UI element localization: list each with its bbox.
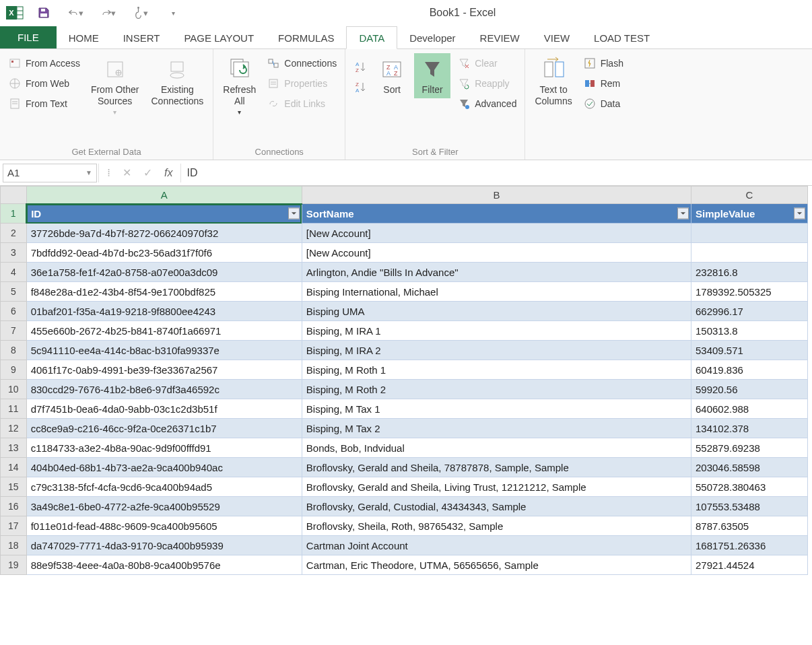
cell[interactable]: 404b04ed-68b1-4b73-ae2a-9ca400b940ac [26,458,302,477]
cell[interactable]: 7bdfdd92-0ead-4b7d-bc23-56ad31f7f0f6 [26,243,302,263]
name-box[interactable]: A1 ▼ [3,164,97,182]
cell[interactable]: 455e660b-2672-4b25-b841-8740f1a66971 [26,321,302,341]
formula-input[interactable] [182,164,812,182]
row-header[interactable]: 13 [1,438,27,458]
cell[interactable]: Bisping, M Roth 2 [302,380,691,399]
cell[interactable]: f848e28a-d1e2-43b4-8f54-9e1700bdf825 [26,282,302,302]
cell[interactable]: 232816.8 [691,263,807,282]
cell[interactable]: Arlington, Andie "Bills In Advance" [302,263,691,282]
cell[interactable]: c1184733-a3e2-4b8a-90ac-9d9f00fffd91 [26,438,302,458]
row-header[interactable]: 1 [1,204,27,224]
cell[interactable]: 4061f17c-0ab9-4991-be39-f3e3367a2567 [26,360,302,380]
cancel-icon[interactable]: ✕ [123,166,131,179]
refresh-all-button[interactable]: Refresh All▾ [219,53,260,118]
table-header-cell[interactable]: SimpleValue [691,204,807,224]
cell[interactable]: 107553.53488 [691,497,807,516]
select-all-corner[interactable] [1,186,27,204]
tab-home[interactable]: HOME [57,27,111,48]
row-header[interactable]: 17 [1,516,27,536]
row-header[interactable]: 7 [1,321,27,341]
cell[interactable]: Bisping, M Tax 1 [302,399,691,419]
tab-load-test[interactable]: LOAD TEST [582,27,662,48]
cell[interactable]: 203046.58598 [691,458,807,477]
cell[interactable]: cc8ce9a9-c216-46cc-9f2a-0ce26371c1b7 [26,419,302,438]
cell[interactable]: Broflovsky, Sheila, Roth, 98765432, Samp… [302,516,691,536]
cell[interactable]: Bisping, M Tax 2 [302,419,691,438]
edit-links-button[interactable]: Edit Links [264,94,339,114]
from-text-button[interactable]: From Text [5,94,83,114]
cell[interactable]: 60419.836 [691,360,807,380]
filter-dropdown-button[interactable] [794,208,805,219]
from-other-sources-button[interactable]: From Other Sources▾ [87,53,143,118]
tab-developer[interactable]: Developer [397,27,467,48]
clear-filter-button[interactable]: Clear [454,53,519,73]
row-header[interactable]: 5 [1,282,27,302]
row-header[interactable]: 16 [1,497,27,516]
row-header[interactable]: 18 [1,536,27,555]
cell[interactable]: Bisping, M IRA 2 [302,341,691,360]
row-header[interactable]: 6 [1,302,27,321]
enter-icon[interactable]: ✓ [143,166,152,179]
filter-dropdown-button[interactable] [677,208,689,219]
cell[interactable]: 1789392.505325 [691,282,807,302]
cell[interactable]: Bonds, Bob, Indvidual [302,438,691,458]
save-button[interactable] [36,5,51,20]
more-icon[interactable]: ⁞ [107,166,110,179]
filter-button[interactable]: Filter [414,53,450,98]
cell[interactable]: Bisping International, Michael [302,282,691,302]
row-header[interactable]: 15 [1,477,27,497]
cell[interactable]: 134102.378 [691,419,807,438]
cell[interactable]: Bisping UMA [302,302,691,321]
tab-file[interactable]: FILE [0,26,57,48]
touch-mode-button[interactable]: ▾ [133,5,148,20]
row-header[interactable]: 4 [1,263,27,282]
cell[interactable]: 550728.380463 [691,477,807,497]
properties-button[interactable]: Properties [264,73,339,94]
row-header[interactable]: 19 [1,555,27,575]
cell[interactable] [691,224,807,243]
cell[interactable]: Cartman Joint Account [302,536,691,555]
tab-data[interactable]: DATA [346,26,397,49]
cell[interactable]: Broflovsky, Gerald and Sheila, Living Tr… [302,477,691,497]
remove-duplicates-button[interactable]: Rem [580,73,626,94]
cell[interactable]: c79c3138-5fcf-4cfa-9cd6-9ca400b94ad5 [26,477,302,497]
row-header[interactable]: 8 [1,341,27,360]
cell[interactable]: 53409.571 [691,341,807,360]
flash-fill-button[interactable]: Flash [580,53,626,73]
cell[interactable]: Broflovsky, Gerald, Custodial, 43434343,… [302,497,691,516]
cell[interactable]: 88e9f538-4eee-4a0a-80b8-9ca400b9576e [26,555,302,575]
cell[interactable]: da747029-7771-4da3-9170-9ca400b95939 [26,536,302,555]
connections-button[interactable]: Connections [264,53,339,73]
cell[interactable]: 59920.56 [691,380,807,399]
tab-view[interactable]: VIEW [532,27,582,48]
tab-page-layout[interactable]: PAGE LAYOUT [172,27,266,48]
cell[interactable]: 01baf201-f35a-4a19-9218-9f8800ee4243 [26,302,302,321]
cell[interactable]: 662996.17 [691,302,807,321]
undo-button[interactable]: ▾ [69,5,83,20]
row-header[interactable]: 14 [1,458,27,477]
cell[interactable]: Broflovsky, Gerald and Sheila, 78787878,… [302,458,691,477]
from-access-button[interactable]: From Access [5,53,83,73]
sort-az-button[interactable]: AZ [351,57,370,77]
existing-connections-button[interactable]: Existing Connections [147,53,207,110]
data-validation-button[interactable]: Data [580,94,626,114]
cell[interactable]: Cartman, Eric Theodore, UTMA, 56565656, … [302,555,691,575]
cell[interactable]: f011e01d-fead-488c-9609-9ca400b95605 [26,516,302,536]
tab-review[interactable]: REVIEW [468,27,532,48]
fx-icon[interactable]: fx [164,167,172,179]
tab-formulas[interactable]: FORMULAS [266,27,346,48]
customize-qat-button[interactable]: ▾ [166,5,180,20]
cell[interactable]: 640602.988 [691,399,807,419]
row-header[interactable]: 11 [1,399,27,419]
spreadsheet-grid[interactable]: A B C 1IDSortNameSimpleValue237726bde-9a… [0,186,812,575]
tab-insert[interactable]: INSERT [111,27,172,48]
cell[interactable]: 1681751.26336 [691,536,807,555]
sort-button[interactable]: ZAAZSort [374,53,410,98]
row-header[interactable]: 12 [1,419,27,438]
col-header-C[interactable]: C [691,186,807,204]
cell[interactable]: 3a49c8e1-6be0-4772-a2fe-9ca400b95529 [26,497,302,516]
row-header[interactable]: 3 [1,243,27,263]
cell[interactable]: Bisping, M IRA 1 [302,321,691,341]
cell[interactable]: [New Account] [302,243,691,263]
cell[interactable]: 150313.8 [691,321,807,341]
